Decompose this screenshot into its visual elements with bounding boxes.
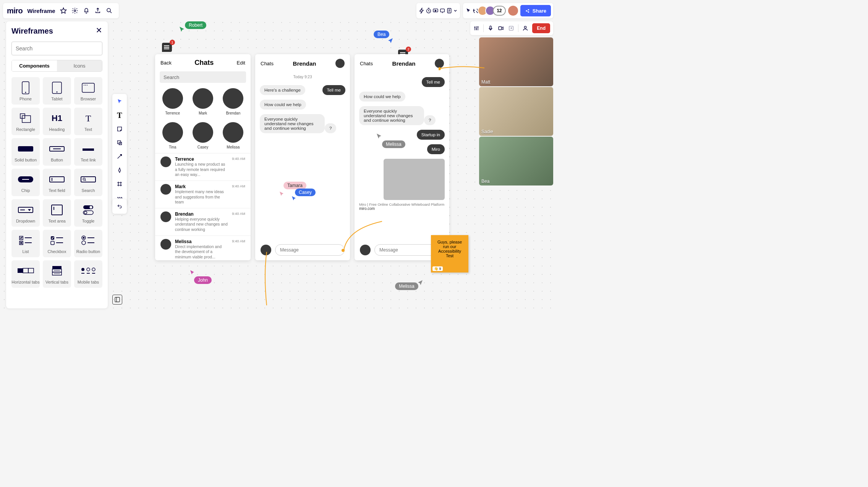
comp-tablet[interactable]: Tablet	[43, 77, 71, 105]
mic-icon[interactable]	[487, 25, 494, 31]
panel-toggle-icon[interactable]	[112, 295, 122, 305]
comp-text[interactable]: TText	[74, 108, 102, 135]
tab-components[interactable]: Components	[12, 60, 57, 71]
chevron-down-icon[interactable]	[453, 8, 458, 13]
video-tile[interactable]: Sadie	[479, 87, 553, 136]
board-name[interactable]: Wireframe	[27, 8, 55, 14]
star-icon[interactable]	[58, 5, 69, 16]
comp-toggle[interactable]: Toggle	[74, 199, 102, 227]
cursor-label: Tamara	[283, 182, 306, 189]
comp-heading[interactable]: H1Heading	[43, 108, 71, 135]
svg-point-28	[84, 211, 87, 214]
back-button[interactable]: Back	[160, 60, 172, 66]
chats-back[interactable]: Chats	[360, 61, 373, 66]
comp-search[interactable]: Search	[74, 169, 102, 196]
shape-tool[interactable]	[114, 137, 125, 148]
participants-stack[interactable]: 12	[480, 6, 506, 16]
chat-row[interactable]: TerrenceLaunching a new product as a ful…	[155, 153, 251, 181]
avatar-item[interactable]: Tina	[162, 122, 183, 149]
message-bubble: How could we help	[359, 92, 405, 102]
video-tile[interactable]: Matt	[479, 37, 553, 86]
svg-rect-11	[499, 27, 502, 30]
tab-icons[interactable]: Icons	[57, 60, 102, 71]
wf-search-field[interactable]: Search	[160, 71, 246, 83]
avatar-item[interactable]: Casey	[192, 122, 213, 149]
frame-tool[interactable]	[114, 179, 125, 189]
cursor-label: Casey	[295, 189, 316, 196]
comp-vertical-tabs[interactable]: Vertical tabs	[43, 260, 71, 288]
chats-back[interactable]: Chats	[261, 61, 274, 66]
timer-icon[interactable]	[426, 8, 432, 14]
comp-browser[interactable]: Browser	[74, 77, 102, 105]
avatar-item[interactable]: Melissa	[223, 122, 244, 149]
chat-row[interactable]: MelissaDirect implementation and the dev…	[155, 236, 251, 263]
message-bubble: Startup in	[417, 130, 445, 140]
video-tile[interactable]: Bea	[479, 137, 553, 185]
lightning-icon[interactable]	[419, 8, 425, 14]
cursor-label: Melissa	[395, 282, 418, 290]
wireframe-conversation-2[interactable]: Chats Brendan Tell meHow could we helpEv…	[355, 54, 449, 260]
notifications-icon[interactable]	[81, 5, 92, 16]
video-icon[interactable]	[497, 25, 504, 31]
wireframe-conversation-1[interactable]: Chats Brendan Today 9:23 Here's a challe…	[255, 54, 350, 260]
pointer-icon[interactable]	[465, 8, 471, 14]
comp-solid-button[interactable]: Solid button	[11, 138, 40, 166]
chat-row[interactable]: MarkImplement many new ideas and suggest…	[155, 181, 251, 208]
wireframe-chats-list[interactable]: Back Chats Edit Search TerrenceMarkBrend…	[155, 54, 251, 260]
people-icon[interactable]	[522, 25, 528, 31]
comp-list[interactable]: List	[11, 230, 40, 257]
arrow-tool[interactable]	[114, 151, 125, 162]
sliders-icon[interactable]	[473, 25, 479, 31]
search-icon[interactable]	[104, 5, 115, 16]
comment-icon[interactable]: 1	[162, 43, 172, 52]
close-icon[interactable]	[96, 27, 102, 34]
svg-rect-39	[52, 266, 62, 269]
avatar-item[interactable]: Terrence	[162, 88, 183, 115]
comp-phone[interactable]: Phone	[11, 77, 40, 105]
message-bubble: ?	[325, 123, 336, 133]
share-screen-icon[interactable]	[508, 25, 514, 31]
pen-tool[interactable]	[114, 165, 125, 176]
undo-button[interactable]	[112, 199, 127, 214]
end-button[interactable]: End	[532, 23, 550, 33]
avatar-item[interactable]: Mark	[192, 88, 213, 115]
comp-dropdown[interactable]: Dropdown	[11, 199, 40, 227]
message-bubble: Everyone quickly understand new changes …	[359, 106, 424, 125]
select-tool[interactable]	[114, 96, 125, 107]
comp-horizontal-tabs[interactable]: Horizontal tabs	[11, 260, 40, 288]
export-icon[interactable]	[92, 5, 104, 16]
text-tool[interactable]: T	[114, 110, 125, 121]
message-input[interactable]	[275, 244, 345, 256]
comp-mobile-tabs[interactable]: Mobile tabs	[74, 260, 102, 288]
comp-radio[interactable]: Radio button	[74, 230, 102, 257]
timestamp-label: Today 9:23	[260, 75, 345, 79]
chat-row[interactable]: BrendanHelping everyone quickly understa…	[155, 208, 251, 236]
settings-icon[interactable]	[69, 5, 81, 16]
panel-search-input[interactable]	[11, 42, 102, 55]
comp-button[interactable]: Button	[43, 138, 71, 166]
notes-icon[interactable]	[446, 8, 452, 14]
sticky-reactions[interactable]: 👋 9	[432, 266, 443, 271]
avatar-icon	[360, 245, 371, 255]
participant-count: 12	[493, 6, 506, 16]
svg-rect-10	[490, 26, 491, 29]
frames-icon[interactable]	[439, 8, 445, 14]
comp-text-area[interactable]: Text area	[43, 199, 71, 227]
present-icon[interactable]	[432, 8, 439, 14]
comp-chip[interactable]: Chip	[11, 169, 40, 196]
comp-text-field[interactable]: Text field	[43, 169, 71, 196]
screen-title: Brendan	[392, 60, 416, 67]
comp-checkbox[interactable]: Checkbox	[43, 230, 71, 257]
share-button[interactable]: Share	[520, 5, 551, 16]
svg-point-26	[90, 206, 92, 209]
sticky-tool[interactable]	[114, 124, 125, 134]
comp-text-link[interactable]: Text link	[74, 138, 102, 166]
edit-button[interactable]: Edit	[237, 60, 245, 66]
current-user-avatar[interactable]	[508, 6, 518, 16]
sticky-note[interactable]: Guys, please run our Accessibility Test …	[431, 235, 468, 273]
panel-title: Wireframes	[11, 27, 102, 35]
avatar-item[interactable]: Brendan	[223, 88, 244, 115]
cursor-arrow-icon	[190, 270, 196, 276]
comp-rectangle[interactable]: Rectangle	[11, 108, 40, 135]
screen-title: Brendan	[293, 60, 316, 67]
